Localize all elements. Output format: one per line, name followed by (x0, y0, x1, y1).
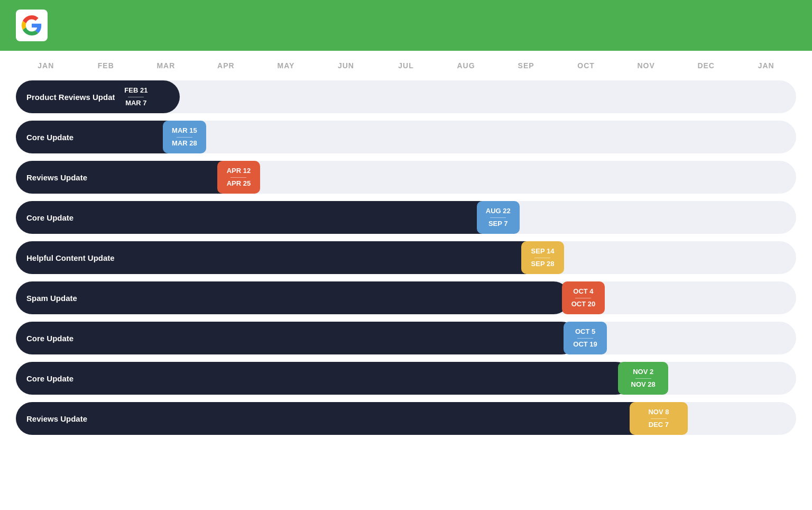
month-label: APR (196, 61, 256, 70)
badge-end-date: OCT 20 (571, 299, 596, 309)
badge-start-date: OCT 4 (573, 287, 593, 296)
badge-divider (577, 338, 593, 339)
badge-start-date: APR 12 (227, 166, 251, 176)
date-badge: OCT 5OCT 19 (564, 322, 606, 354)
timeline-row: Product Reviews UpdateFEB 21MAR 7 (16, 80, 796, 113)
header (0, 0, 812, 51)
chart-area: JANFEBMARAPRMAYJUNJULAUGSEPOCTNOVDECJAN … (0, 51, 812, 451)
timeline-row: Core UpdateNOV 2NOV 28 (16, 362, 796, 395)
badge-divider (651, 418, 667, 419)
badge-end-date: APR 25 (227, 179, 251, 188)
month-label: JAN (16, 61, 76, 70)
timeline-row: Reviews UpdateAPR 12APR 25 (16, 161, 796, 194)
timeline-row: Core UpdateMAR 15MAR 28 (16, 121, 796, 153)
badge-end-date: OCT 19 (573, 340, 597, 349)
badge-divider (490, 217, 506, 218)
row-bar-label: Helpful Content Update (26, 253, 115, 262)
badge-divider (230, 177, 246, 178)
month-label: DEC (676, 61, 736, 70)
date-badge: MAR 15MAR 28 (163, 121, 206, 153)
row-bar-label: Reviews Update (26, 414, 87, 423)
timeline-rows: Product Reviews UpdateFEB 21MAR 7Core Up… (16, 80, 796, 435)
date-badge: OCT 4OCT 20 (562, 281, 605, 314)
row-bar-label: Product Reviews Update (26, 93, 119, 102)
month-label: MAY (256, 61, 316, 70)
badge-end-date: MAR 7 (125, 98, 146, 108)
timeline-row: Core UpdateAUG 22SEP 7 (16, 201, 796, 234)
badge-end-date: MAR 28 (172, 139, 197, 148)
month-label: JUL (376, 61, 436, 70)
badge-end-date: SEP 28 (531, 259, 555, 269)
google-logo (16, 10, 48, 41)
row-bar: Core Update (16, 362, 632, 395)
badge-divider (575, 298, 591, 298)
badge-divider (534, 258, 550, 258)
date-badge: NOV 8DEC 7 (630, 402, 688, 435)
date-badge: AUG 22SEP 7 (477, 201, 520, 234)
month-label: JUN (316, 61, 376, 70)
badge-end-date: NOV 28 (631, 380, 656, 389)
row-bar: Reviews Update (16, 402, 663, 435)
month-label: NOV (616, 61, 676, 70)
month-label: OCT (556, 61, 616, 70)
timeline-row: Reviews UpdateNOV 8DEC 7 (16, 402, 796, 435)
row-bar-label: Reviews Update (26, 173, 87, 182)
month-label: AUG (436, 61, 496, 70)
timeline-row: Core UpdateOCT 5OCT 19 (16, 322, 796, 354)
row-bar: Core Update (16, 322, 578, 354)
row-bar-label: Core Update (26, 374, 73, 383)
row-bar: Spam Update (16, 281, 570, 314)
badge-end-date: SEP 7 (488, 219, 508, 229)
row-bar-label: Core Update (26, 213, 73, 222)
badge-start-date: NOV 2 (633, 367, 653, 377)
badge-start-date: AUG 22 (486, 206, 511, 216)
row-bar-label: Spam Update (26, 294, 77, 303)
date-badge: APR 12APR 25 (217, 161, 260, 194)
badge-divider (635, 378, 651, 379)
row-bar-label: Core Update (26, 334, 73, 343)
badge-start-date: MAR 15 (172, 126, 197, 135)
badge-start-date: OCT 5 (575, 327, 595, 336)
badge-start-date: FEB 21 (124, 86, 147, 95)
row-bar: Core Update (16, 201, 508, 234)
timeline-row: Helpful Content UpdateSEP 14SEP 28 (16, 241, 796, 274)
row-bar: Helpful Content Update (16, 241, 547, 274)
row-bar-label: Core Update (26, 133, 73, 142)
badge-divider (177, 137, 192, 138)
badge-start-date: SEP 14 (531, 247, 555, 256)
timeline-row: Spam UpdateOCT 4OCT 20 (16, 281, 796, 314)
month-label: SEP (496, 61, 556, 70)
row-bar: Reviews Update (16, 161, 250, 194)
row-bar: Core Update (16, 121, 188, 153)
months-row: JANFEBMARAPRMAYJUNJULAUGSEPOCTNOVDECJAN (16, 61, 796, 70)
month-label: MAR (136, 61, 196, 70)
badge-divider (128, 97, 144, 97)
date-badge: NOV 2NOV 28 (618, 362, 668, 395)
badge-start-date: NOV 8 (648, 407, 669, 417)
date-badge: FEB 21MAR 7 (115, 80, 158, 113)
date-badge: SEP 14SEP 28 (521, 241, 564, 274)
badge-end-date: DEC 7 (649, 420, 669, 430)
month-label: JAN (736, 61, 796, 70)
month-label: FEB (76, 61, 136, 70)
